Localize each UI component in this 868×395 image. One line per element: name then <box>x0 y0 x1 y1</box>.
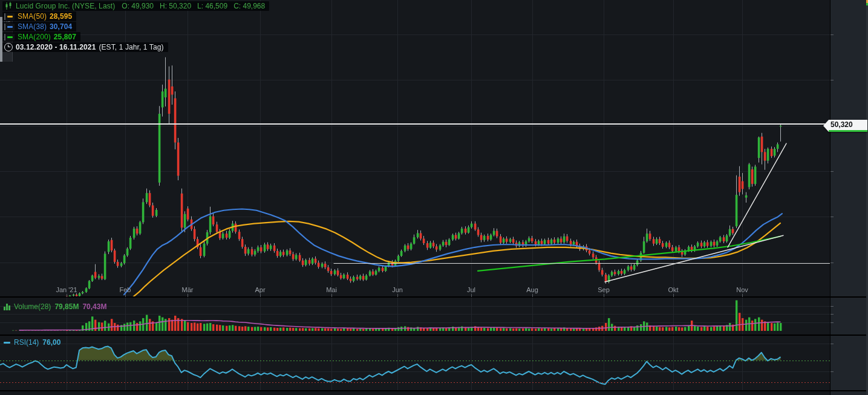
month-label: Apr <box>255 286 265 293</box>
month-label: Jul <box>467 286 475 293</box>
volume-value: 79,85M <box>54 302 79 311</box>
chart-canvas[interactable] <box>0 0 868 395</box>
month-label: Jan '21 <box>56 286 77 293</box>
sma200-label: SMA(200) <box>18 33 51 41</box>
rsi-value: 76,00 <box>42 338 60 347</box>
month-label: Sep <box>598 286 610 293</box>
volume-label: Volume(28) <box>14 302 51 311</box>
candlestick-icon <box>4 2 13 10</box>
price-tag-value: 50,320 <box>829 120 867 132</box>
month-label: Okt <box>668 286 678 293</box>
sma50-legend-row[interactable]: SMA(50) 28,595 <box>2 11 76 21</box>
chart-window: us SD Lucid Group Inc. (NYSE, Last) O: 4… <box>0 0 868 395</box>
volume-legend-row[interactable]: Volume(28) 79,85M 70,43M <box>4 302 106 311</box>
date-range-detail: (EST, 1 Jahr, 1 Tag) <box>99 43 163 51</box>
month-label: Feb <box>120 286 131 293</box>
ohlc-item: L: 46,509 <box>197 2 227 10</box>
date-range-row[interactable]: 03.12.2020 - 16.11.2021 (EST, 1 Jahr, 1 … <box>2 42 168 52</box>
sma200-value: 25,807 <box>54 33 76 41</box>
rsi-line-icon <box>4 342 10 344</box>
ohlc-values: O: 49,930H: 50,320L: 46,509C: 49,968 <box>122 2 265 10</box>
price-tag-arrow-icon <box>823 120 829 132</box>
date-range: 03.12.2020 - 16.11.2021 <box>16 43 96 51</box>
last-price-tag: 50,320 <box>823 120 867 132</box>
sma50-label: SMA(50) <box>18 12 47 21</box>
month-label: Nov <box>736 286 748 293</box>
instrument-title: Lucid Group Inc. (NYSE, Last) <box>16 2 115 10</box>
volume-bars-icon <box>4 304 10 310</box>
ohlc-item: O: 49,930 <box>122 2 154 10</box>
month-label: Mai <box>326 286 337 293</box>
sma38-value: 30,704 <box>50 22 72 31</box>
month-label: Aug <box>526 286 538 293</box>
sma50-value: 28,595 <box>50 12 72 21</box>
price-axis[interactable]: 70,00060,00040,00030,00020,000300,00M200… <box>830 0 866 395</box>
sma38-legend-row[interactable]: SMA(38) 30,704 <box>2 22 76 31</box>
ohlc-item: C: 49,968 <box>233 2 265 10</box>
instrument-legend-row[interactable]: Lucid Group Inc. (NYSE, Last) O: 49,930H… <box>2 1 269 11</box>
sma50-swatch-icon <box>4 13 15 20</box>
clock-icon <box>4 43 13 51</box>
time-axis[interactable]: Jan '21FebMärAprMaiJunJulAugSepOktNov <box>0 284 830 296</box>
rsi-legend-row[interactable]: RSI(14) 76,00 <box>4 338 60 347</box>
sma200-swatch-icon <box>4 34 15 41</box>
ohlc-item: H: 50,320 <box>160 2 191 10</box>
volume-ma-value: 70,43M <box>82 302 106 311</box>
sma38-swatch-icon <box>4 24 15 30</box>
sma200-legend-row[interactable]: SMA(200) 25,807 <box>2 32 80 42</box>
month-label: Mär <box>182 286 194 293</box>
rsi-label: RSI(14) <box>14 338 39 347</box>
sma38-label: SMA(38) <box>18 22 47 31</box>
month-label: Jun <box>392 286 403 293</box>
